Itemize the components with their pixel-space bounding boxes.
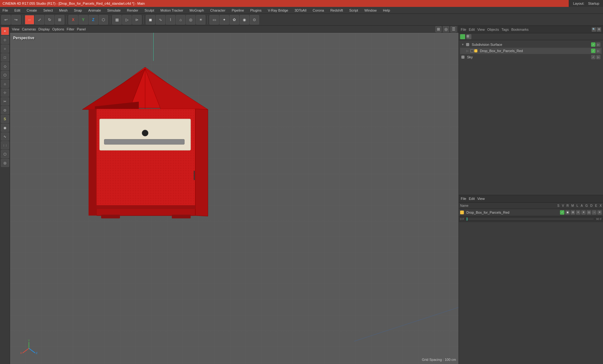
toolbar-object-mode[interactable]: ⬡: [99, 15, 108, 24]
obj-menu-tags[interactable]: Tags: [502, 28, 509, 31]
toolbar-scale[interactable]: ⤢: [35, 15, 44, 24]
toolbar-rotate[interactable]: ↻: [45, 15, 54, 24]
obj-menu-bookmarks[interactable]: Bookmarks: [511, 28, 529, 31]
attr-tag-icon[interactable]: ≡: [576, 210, 580, 215]
obj-vis-icon-sky[interactable]: ✓: [591, 55, 595, 59]
obj-tag-icon[interactable]: ▷: [596, 42, 600, 47]
toolbar-nurbs[interactable]: ⌇: [166, 15, 175, 24]
menu-mograph[interactable]: MoGraph: [188, 8, 205, 13]
menu-3dtoall[interactable]: 3DToAll: [293, 8, 308, 13]
menu-animate[interactable]: Animate: [87, 8, 102, 13]
tool-rect[interactable]: □: [1, 53, 9, 62]
obj-toolbar-icon2[interactable]: ⊞: [466, 34, 471, 39]
toolbar-floor[interactable]: ▭: [209, 15, 219, 24]
toolbar-render-active[interactable]: ▷: [122, 15, 132, 24]
tool-cut[interactable]: ✂: [1, 97, 9, 105]
attr-arrow-icon[interactable]: →: [592, 210, 596, 215]
attr-more-icon[interactable]: ✦: [581, 210, 586, 215]
obj-item-dropbox[interactable]: ▷ Drop_Box_for_Parcels_Red ✓ ▷: [460, 48, 602, 54]
tool-ring[interactable]: ◎: [1, 159, 9, 167]
obj-settings-icon[interactable]: ⚙: [597, 27, 601, 32]
toolbar-material[interactable]: ◉: [240, 15, 249, 24]
menu-help[interactable]: Help: [382, 8, 391, 13]
toolbar-undo[interactable]: ↩: [1, 15, 11, 24]
layout-value[interactable]: Startup: [587, 1, 600, 6]
menu-corona[interactable]: Corona: [312, 8, 325, 13]
toolbar-render-all[interactable]: ⊳: [132, 15, 142, 24]
attr-menu-view[interactable]: View: [477, 197, 485, 201]
toolbar-spline[interactable]: ∿: [156, 15, 165, 24]
obj-item-subdivision[interactable]: ▼ Subdivision Surface ✓ ▷: [460, 41, 602, 48]
menu-character[interactable]: Character: [209, 8, 226, 13]
attr-render-icon[interactable]: ◼: [565, 210, 570, 215]
obj-search-icon[interactable]: 🔍: [592, 27, 596, 32]
menu-mesh[interactable]: Mesh: [58, 8, 69, 13]
viewport-expand-btn[interactable]: ⊞: [435, 26, 442, 32]
tool-smooth[interactable]: ∿: [1, 132, 9, 141]
attr-x-icon[interactable]: ✕: [597, 210, 602, 215]
menu-snap[interactable]: Snap: [73, 8, 83, 13]
menu-render[interactable]: Render: [126, 8, 139, 13]
menu-script[interactable]: Script: [348, 8, 359, 13]
attr-menu-file[interactable]: File: [461, 197, 466, 201]
menu-select[interactable]: Select: [42, 8, 54, 13]
tool-loop[interactable]: ⊙: [1, 106, 9, 114]
tool-subdivide[interactable]: ⋮⋮: [1, 141, 9, 149]
toolbar-render-region[interactable]: ▦: [112, 15, 122, 24]
obj-vis-icon[interactable]: ✓: [591, 42, 595, 47]
menu-plugins[interactable]: Plugins: [249, 8, 263, 13]
tool-hex[interactable]: ⬡: [1, 150, 9, 158]
obj-menu-view[interactable]: View: [477, 28, 485, 31]
tool-paint[interactable]: ◉: [1, 124, 9, 132]
toolbar-redo[interactable]: ↪: [11, 15, 21, 24]
obj-menu-objects[interactable]: Objects: [487, 28, 499, 31]
menu-create[interactable]: Create: [25, 8, 38, 13]
toolbar-z-axis[interactable]: Z: [89, 15, 98, 24]
viewport-tab-options[interactable]: Options: [52, 27, 64, 31]
tool-brush[interactable]: ⌂: [1, 80, 9, 88]
menu-sculpt[interactable]: Sculpt: [143, 8, 155, 13]
viewport-tab-filter[interactable]: Filter: [67, 27, 74, 31]
menu-redshift[interactable]: Redshift: [329, 8, 344, 13]
menu-file[interactable]: File: [1, 8, 9, 13]
toolbar-light[interactable]: ☀: [196, 15, 205, 24]
menu-simulate[interactable]: Simulate: [106, 8, 122, 13]
toolbar-move[interactable]: ↔: [25, 15, 34, 24]
attr-lock-icon[interactable]: ⊞: [571, 210, 575, 215]
tool-circle[interactable]: ○: [1, 45, 9, 53]
attr-hide-icon[interactable]: ◎: [587, 210, 591, 215]
toolbar-x-axis[interactable]: X: [68, 15, 78, 24]
obj-tag-icon-dropbox[interactable]: ▷: [596, 49, 600, 53]
viewport-tab-panel[interactable]: Panel: [77, 27, 86, 31]
obj-menu-file[interactable]: File: [461, 28, 466, 31]
obj-item-sky[interactable]: Sky ✓ ▷: [460, 54, 602, 60]
viewport-settings-btn[interactable]: ☰: [450, 26, 457, 32]
toolbar-transform[interactable]: ⊞: [55, 15, 64, 24]
tool-soft-sel[interactable]: S: [1, 115, 9, 123]
toolbar-bone[interactable]: ✦: [220, 15, 229, 24]
toolbar-camera[interactable]: ◎: [186, 15, 195, 24]
tool-move[interactable]: ⊹: [1, 36, 9, 44]
obj-toolbar-add[interactable]: [460, 34, 465, 39]
attr-visible-icon[interactable]: ✓: [560, 210, 564, 215]
menu-edit[interactable]: Edit: [13, 8, 22, 13]
toolbar-y-axis[interactable]: Y: [79, 15, 88, 24]
attr-row-dropbox[interactable]: Drop_Box_for_Parcels_Red ✓ ◼ ⊞ ≡ ✦ ◎ → ✕: [459, 209, 603, 216]
viewport-cam-btn[interactable]: ◎: [443, 26, 449, 32]
menu-pipeline[interactable]: Pipeline: [231, 8, 245, 13]
tool-magnet[interactable]: ⊹: [1, 88, 9, 97]
toolbar-deformer[interactable]: ⌂: [176, 15, 185, 24]
3d-viewport[interactable]: Perspective: [10, 33, 459, 364]
attr-menu-edit[interactable]: Edit: [469, 197, 475, 201]
menu-window[interactable]: Window: [363, 8, 378, 13]
viewport-tab-display[interactable]: Display: [38, 27, 50, 31]
obj-tag-icon-sky[interactable]: ▷: [596, 55, 600, 59]
obj-menu-edit[interactable]: Edit: [469, 28, 475, 31]
obj-vis-icon-dropbox[interactable]: ✓: [591, 49, 595, 53]
menu-vray[interactable]: V-Ray Bridge: [267, 8, 290, 13]
toolbar-cube[interactable]: ◼: [146, 15, 155, 24]
toolbar-joint[interactable]: ✿: [230, 15, 239, 24]
tool-shape[interactable]: ◇: [1, 62, 9, 70]
viewport-tab-view[interactable]: View: [12, 27, 19, 31]
tool-select[interactable]: ✦: [1, 27, 9, 35]
